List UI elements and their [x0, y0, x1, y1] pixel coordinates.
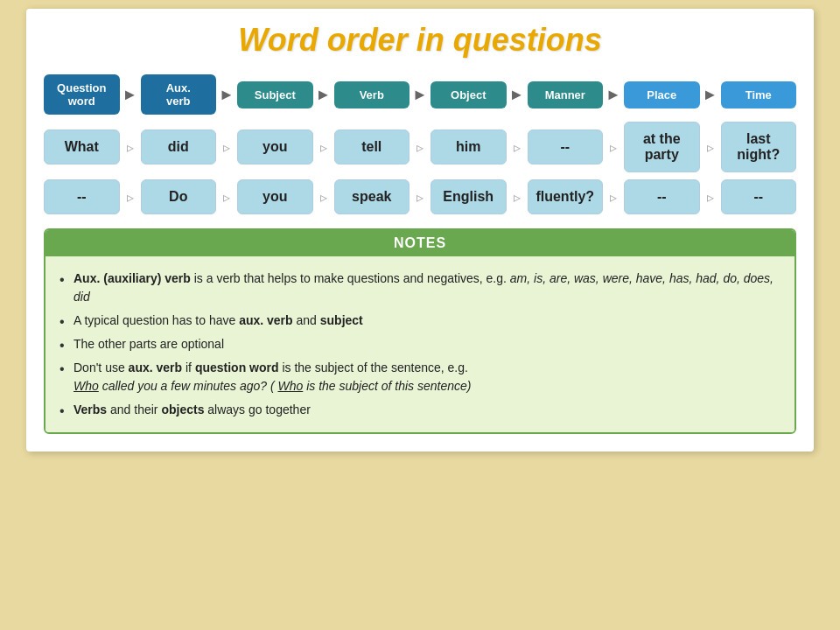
note-item-3: The other parts are optional: [60, 332, 780, 356]
note-item-5: Verbs and their objects always go togeth…: [60, 398, 780, 422]
ex1-obj: him: [430, 130, 507, 164]
ex1-subj: you: [237, 130, 313, 164]
arrow-1: ►: [120, 86, 141, 104]
note4-who2: Who: [277, 379, 303, 393]
example-row-1: What ▹ did ▹ you ▹ tell ▹ him ▹ -- ▹ at …: [44, 122, 796, 172]
ex2-time: --: [721, 179, 797, 214]
note4-mid: if: [186, 360, 195, 374]
header-aux: Aux.verb: [141, 74, 217, 115]
ex2-place: --: [624, 179, 700, 214]
main-container: Word order in questions Questionword ► A…: [26, 9, 814, 452]
note-item-4: Don't use aux. verb if question word is …: [60, 356, 780, 398]
note5-bold2: objects: [161, 402, 204, 416]
ex2-arrow-2: ▹: [216, 189, 237, 206]
ex2-arrow-7: ▹: [700, 189, 721, 206]
ex2-obj: English: [430, 179, 507, 214]
ex2-arrow-4: ▹: [410, 189, 430, 206]
note-item-1: Aux. (auxiliary) verb is a verb that hel…: [60, 267, 780, 309]
note2-bold1: aux. verb: [239, 313, 292, 327]
arrow-2: ►: [216, 86, 237, 104]
ex2-subj: you: [237, 179, 313, 214]
ex2-arrow-5: ▹: [507, 189, 528, 206]
ex2-qword: --: [44, 179, 120, 214]
notes-list: Aux. (auxiliary) verb is a verb that hel…: [60, 267, 780, 422]
header-qword: Questionword: [44, 74, 120, 115]
ex1-arrow-7: ▹: [700, 139, 721, 156]
ex1-verb: tell: [334, 130, 410, 164]
ex2-arrow-6: ▹: [603, 189, 624, 206]
note2-mid: and: [297, 313, 320, 327]
arrow-3: ►: [313, 86, 334, 104]
header-subject: Subject: [237, 81, 313, 108]
ex1-manner: --: [528, 130, 604, 164]
note4-example-text: called you a few minutes ago? (: [102, 379, 275, 393]
header-object: Object: [430, 81, 507, 108]
note2-bold2: subject: [320, 313, 363, 327]
ex1-arrow-2: ▹: [216, 139, 237, 156]
ex2-aux: Do: [141, 179, 217, 214]
note5-bold1: Verbs: [74, 402, 107, 416]
note4-example-end: is the subject of this sentence): [306, 379, 471, 393]
note2-start: A typical question has to have: [74, 313, 239, 327]
header-place: Place: [624, 81, 700, 108]
note3-text: The other parts are optional: [74, 337, 224, 351]
ex2-arrow-1: ▹: [120, 189, 141, 206]
arrow-6: ►: [603, 86, 624, 104]
ex2-manner: fluently?: [528, 179, 604, 214]
notes-section: NOTES Aux. (auxiliary) verb is a verb th…: [44, 228, 796, 434]
arrow-4: ►: [410, 86, 430, 104]
arrow-5: ►: [507, 86, 528, 104]
header-row: Questionword ► Aux.verb ► Subject ► Verb…: [44, 74, 796, 115]
note1-bold: Aux. (auxiliary) verb: [74, 271, 191, 285]
example-row-2: -- ▹ Do ▹ you ▹ speak ▹ English ▹ fluent…: [44, 179, 796, 214]
note5-end: always go together: [207, 402, 311, 416]
note4-who1: Who: [74, 379, 99, 393]
page-title: Word order in questions: [44, 22, 796, 59]
ex1-arrow-4: ▹: [410, 139, 430, 156]
notes-header: NOTES: [46, 230, 794, 256]
header-manner: Manner: [528, 81, 604, 108]
note4-end: is the subject of the sentence, e.g.: [282, 360, 467, 374]
ex2-arrow-3: ▹: [313, 189, 334, 206]
ex1-place: at the party: [624, 122, 700, 172]
ex1-arrow-1: ▹: [120, 139, 141, 156]
note4-bold2: question word: [195, 360, 279, 374]
header-verb: Verb: [334, 81, 410, 108]
ex1-arrow-5: ▹: [507, 139, 528, 156]
note5-mid: and their: [110, 402, 161, 416]
note4-start: Don't use: [74, 360, 129, 374]
ex1-arrow-6: ▹: [603, 139, 624, 156]
header-time: Time: [721, 81, 797, 108]
note-item-2: A typical question has to have aux. verb…: [60, 309, 780, 332]
note1-text: is a verb that helps to make questions a…: [194, 271, 510, 285]
arrow-7: ►: [700, 86, 721, 104]
ex1-time: last night?: [721, 122, 797, 172]
notes-body: Aux. (auxiliary) verb is a verb that hel…: [46, 256, 794, 432]
note4-example: Who called you a few minutes ago? ( Who …: [74, 379, 471, 393]
ex1-qword: What: [44, 130, 120, 164]
ex2-verb: speak: [334, 179, 410, 214]
ex1-aux: did: [141, 130, 217, 164]
note4-bold1: aux. verb: [129, 360, 182, 374]
ex1-arrow-3: ▹: [313, 139, 334, 156]
